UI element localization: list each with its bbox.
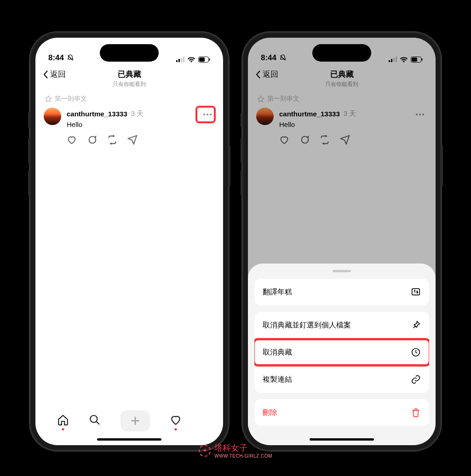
svg-rect-13 [393, 58, 395, 62]
first-thread-tag: 第一則串文 [248, 90, 436, 104]
tag-label: 第一則串文 [267, 95, 299, 103]
page-title: 已典藏 [113, 69, 146, 80]
search-icon [89, 414, 101, 426]
svg-point-8 [207, 114, 208, 115]
like-button[interactable] [279, 135, 289, 147]
repost-icon [320, 135, 330, 145]
svg-rect-3 [183, 57, 184, 62]
cellular-icon [176, 57, 184, 62]
svg-rect-16 [412, 57, 417, 62]
post-time: 3 天 [344, 109, 356, 118]
status-time: 8:44 [48, 53, 64, 63]
like-button[interactable] [67, 135, 77, 147]
svg-rect-5 [199, 57, 205, 62]
heart-icon [67, 135, 77, 145]
post-more-button[interactable] [200, 108, 215, 120]
sheet-grabber[interactable] [333, 270, 351, 272]
home-indicator[interactable] [97, 438, 161, 441]
svg-rect-17 [422, 58, 423, 61]
cellular-icon [389, 57, 397, 62]
dynamic-island [312, 44, 371, 62]
plus-icon [129, 415, 141, 427]
tab-activity[interactable] [170, 414, 182, 428]
comment-button[interactable] [87, 135, 97, 147]
chevron-left-icon [43, 70, 49, 79]
svg-point-19 [419, 114, 421, 115]
post-text: Hello [279, 120, 427, 128]
comment-icon [299, 135, 310, 145]
svg-rect-21 [412, 289, 420, 295]
home-indicator[interactable] [310, 438, 374, 441]
battery-icon [411, 57, 423, 63]
heart-icon [170, 414, 182, 426]
heart-icon [279, 135, 289, 145]
sheet-translate-label: 翻譯年糕 [263, 287, 292, 297]
post: canthurtme_13333 3 天 Hello [248, 104, 436, 128]
svg-rect-2 [181, 58, 182, 62]
send-icon [127, 135, 138, 145]
repost-button[interactable] [320, 135, 330, 147]
svg-rect-0 [176, 60, 178, 62]
first-thread-tag: 第一則串文 [35, 90, 223, 104]
share-button[interactable] [127, 135, 138, 147]
app-header: 返回 已典藏 只有你能看到 [35, 64, 223, 90]
app-header: 返回 已典藏 只有你能看到 [248, 64, 436, 90]
watermark-badge-icon: ✦ [199, 445, 211, 457]
star-icon [257, 95, 264, 103]
tab-compose[interactable] [121, 410, 150, 431]
post-actions [248, 128, 436, 151]
svg-rect-1 [178, 59, 180, 62]
sheet-copy-link-label: 複製連結 [263, 375, 292, 384]
wifi-icon [187, 56, 195, 63]
battery-icon [198, 57, 210, 63]
more-icon [415, 113, 425, 116]
post: canthurtme_13333 3 天 Hello [35, 104, 223, 128]
svg-point-7 [203, 114, 205, 115]
avatar[interactable] [256, 108, 274, 125]
watermark-name: 塔科女子 [214, 442, 272, 453]
post-text: Hello [67, 120, 215, 128]
sheet-translate[interactable]: 翻譯年糕 [254, 279, 429, 305]
sheet-delete[interactable]: 刪除 [254, 399, 429, 426]
svg-rect-11 [389, 60, 390, 62]
page-subtitle: 只有你能看到 [325, 80, 358, 88]
more-icon [203, 113, 212, 116]
comment-icon [87, 135, 97, 145]
link-icon [411, 374, 421, 384]
send-icon [340, 135, 350, 145]
sheet-group-1: 翻譯年糕 [254, 279, 429, 305]
share-button[interactable] [340, 135, 350, 147]
back-label: 返回 [50, 69, 66, 80]
phone-right: 8:44 返回 已典藏 只有你能看到 [242, 32, 441, 451]
repost-button[interactable] [107, 135, 117, 147]
tag-label: 第一則串文 [55, 95, 87, 103]
sheet-copy-link[interactable]: 複製連結 [254, 366, 429, 393]
star-icon [45, 95, 52, 103]
comment-button[interactable] [299, 135, 310, 147]
post-username[interactable]: canthurtme_13333 [279, 110, 340, 118]
post-username[interactable]: canthurtme_13333 [67, 110, 127, 118]
sheet-unarchive[interactable]: 取消典藏 [254, 339, 429, 366]
svg-rect-12 [391, 59, 392, 62]
tab-search[interactable] [89, 414, 101, 428]
history-icon [411, 347, 421, 357]
back-label: 返回 [263, 69, 278, 80]
trash-icon [411, 407, 421, 418]
silent-icon [67, 54, 74, 62]
page-title: 已典藏 [325, 69, 358, 80]
back-button[interactable]: 返回 [255, 69, 278, 80]
avatar[interactable] [44, 108, 61, 125]
tab-home[interactable] [57, 414, 69, 428]
post-actions [35, 128, 223, 151]
phone-left: 8:44 返回 已典藏 只有你能看到 [30, 32, 229, 451]
post-more-button[interactable] [413, 108, 427, 120]
svg-rect-6 [209, 58, 210, 61]
sheet-group-2: 取消典藏並釘選到個人檔案 取消典藏 複製連結 [254, 312, 429, 393]
svg-point-20 [422, 114, 424, 115]
back-button[interactable]: 返回 [43, 69, 66, 80]
svg-rect-14 [396, 57, 397, 62]
chevron-left-icon [255, 70, 262, 79]
sheet-unarchive-pin[interactable]: 取消典藏並釘選到個人檔案 [254, 312, 429, 339]
action-sheet: 翻譯年糕 取消典藏並釘選到個人檔案 取消典藏 複製連結 [248, 264, 436, 445]
post-time: 3 天 [131, 109, 144, 118]
